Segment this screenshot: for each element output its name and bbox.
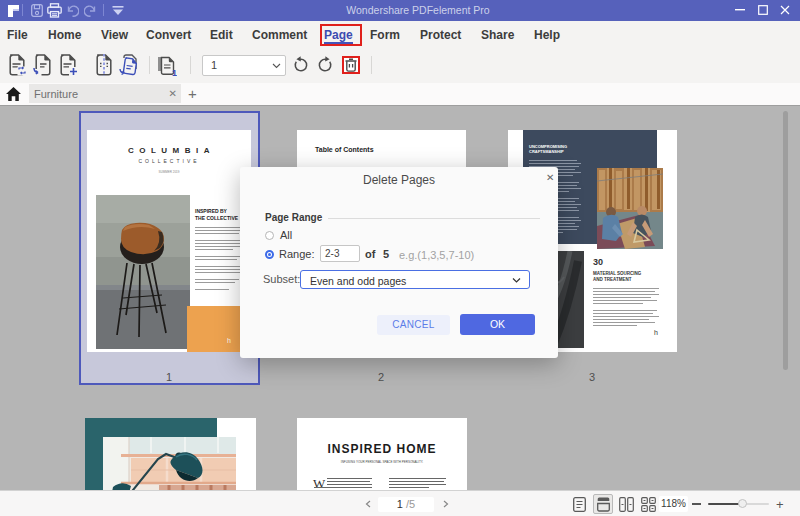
svg-text:1: 1 [172, 68, 177, 77]
